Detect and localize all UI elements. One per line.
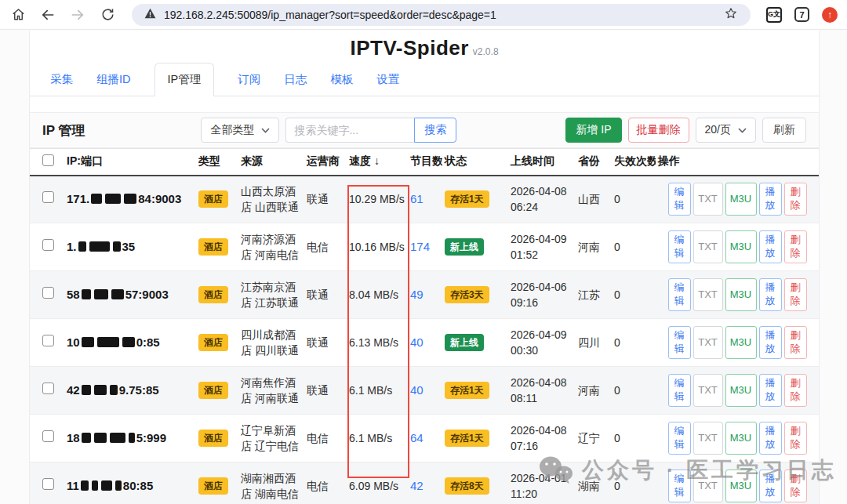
edit-button[interactable]: 编 辑 — [668, 183, 691, 216]
play-button[interactable]: 播 放 — [759, 230, 782, 263]
delete-button[interactable]: 删 除 — [784, 326, 807, 359]
tab-ip-manager[interactable]: IP管理 — [154, 63, 215, 96]
txt-button[interactable]: TXT — [693, 278, 723, 311]
play-button[interactable]: 播 放 — [759, 278, 782, 311]
delete-button[interactable]: 删 除 — [784, 230, 807, 263]
m3u-button[interactable]: M3U — [725, 183, 757, 216]
ip-redaction-block — [129, 433, 135, 443]
column-header[interactable]: 上线时间 — [508, 149, 576, 176]
column-header[interactable]: 省份 — [576, 149, 612, 176]
select-all-checkbox[interactable] — [42, 154, 54, 166]
sort-desc-icon[interactable]: ↓ — [371, 154, 380, 167]
search-button[interactable]: 搜索 — [414, 118, 456, 143]
address-bar[interactable]: 192.168.2.245:50089/ip_manager?sort=spee… — [132, 4, 751, 26]
m3u-button[interactable]: M3U — [725, 278, 757, 311]
play-button[interactable]: 播 放 — [759, 326, 782, 359]
m3u-button[interactable]: M3U — [725, 470, 757, 502]
edit-button[interactable]: 编 辑 — [668, 278, 691, 311]
column-header[interactable]: 操作 — [656, 149, 819, 176]
column-header[interactable]: 状态 — [442, 149, 508, 176]
delete-button[interactable]: 删 除 — [784, 470, 807, 502]
row-checkbox[interactable] — [42, 191, 54, 203]
type-filter-select[interactable]: 全部类型 — [201, 118, 279, 143]
search-input[interactable] — [285, 118, 414, 143]
tab-zubo-id[interactable]: 组播ID — [96, 63, 131, 96]
bulk-delete-button[interactable]: 批量删除 — [628, 118, 689, 143]
failure-count: 0 — [614, 336, 620, 349]
m3u-button[interactable]: M3U — [725, 422, 757, 455]
isp-text: 联通 — [307, 384, 329, 397]
tab-shezhi[interactable]: 设置 — [376, 63, 399, 96]
row-checkbox[interactable] — [42, 335, 54, 346]
txt-button[interactable]: TXT — [693, 183, 723, 216]
play-button[interactable]: 播 放 — [759, 374, 782, 407]
edit-button[interactable]: 编 辑 — [668, 422, 691, 455]
extensions-badge[interactable]: 7 — [794, 7, 809, 22]
program-count[interactable]: 42 — [410, 479, 424, 492]
failure-count: 0 — [614, 384, 620, 397]
ip-port: 1.35 — [67, 240, 135, 253]
ip-redaction-block — [94, 289, 108, 299]
page-size-select[interactable]: 20/页 — [696, 118, 756, 143]
refresh-button[interactable]: 刷新 — [762, 118, 806, 143]
add-ip-button[interactable]: 新增 IP — [565, 118, 621, 143]
m3u-button[interactable]: M3U — [725, 230, 757, 263]
row-checkbox[interactable] — [42, 383, 54, 394]
program-count[interactable]: 40 — [410, 383, 424, 397]
edit-button[interactable]: 编 辑 — [668, 326, 691, 359]
back-icon[interactable] — [39, 6, 56, 24]
play-button[interactable]: 播 放 — [759, 470, 782, 502]
ip-redaction-block — [89, 241, 110, 252]
delete-button[interactable]: 删 除 — [784, 422, 807, 455]
translate-extension-icon[interactable]: G文 — [766, 7, 782, 23]
column-header[interactable]: 来源 — [238, 149, 304, 176]
program-count[interactable]: 40 — [410, 335, 424, 349]
tab-rizhi[interactable]: 日志 — [284, 63, 307, 96]
orange-extension-icon[interactable]: ↑ — [822, 7, 838, 23]
ip-redaction-block — [91, 194, 102, 204]
panel-toolbar: IP 管理 全部类型 搜索 新增 IP 批量删除 20/页 刷新 — [30, 112, 819, 148]
txt-button[interactable]: TXT — [693, 230, 723, 263]
row-checkbox[interactable] — [42, 430, 54, 442]
failure-count: 0 — [614, 480, 620, 492]
column-header[interactable]: 节目数 — [408, 149, 442, 176]
row-actions: 编 辑TXTM3U播 放删 除 — [658, 422, 816, 455]
txt-button[interactable]: TXT — [693, 470, 723, 502]
program-count[interactable]: 174 — [410, 240, 430, 253]
tab-dingyue[interactable]: 订阅 — [238, 63, 260, 96]
edit-button[interactable]: 编 辑 — [668, 230, 691, 263]
row-checkbox[interactable] — [42, 478, 54, 490]
delete-button[interactable]: 删 除 — [784, 183, 807, 216]
table-row: 1180:85酒店湖南湘西酒店 湖南电信电信6.09 MB/s42存活8天202… — [30, 462, 819, 504]
delete-button[interactable]: 删 除 — [784, 374, 807, 407]
tab-caiji[interactable]: 采集 — [50, 63, 73, 96]
site-warning-icon[interactable] — [144, 8, 156, 22]
column-header[interactable]: 类型 — [196, 149, 238, 176]
column-header[interactable]: IP:端口 — [64, 149, 196, 176]
column-header[interactable]: 失效次数 — [612, 149, 656, 176]
play-button[interactable]: 播 放 — [759, 422, 782, 455]
column-header[interactable]: 运营商 — [304, 149, 347, 176]
delete-button[interactable]: 删 除 — [784, 278, 807, 311]
edit-button[interactable]: 编 辑 — [668, 374, 691, 407]
table-row: 5857:9003酒店江苏南京酒店 江苏联通联通8.04 MB/s49存活3天2… — [30, 271, 819, 319]
reload-icon[interactable] — [99, 6, 116, 24]
tab-moban[interactable]: 模板 — [330, 63, 353, 96]
txt-button[interactable]: TXT — [693, 374, 723, 407]
column-header[interactable]: 速度 ↓ — [347, 149, 408, 176]
row-checkbox[interactable] — [42, 287, 54, 299]
txt-button[interactable]: TXT — [693, 422, 723, 455]
program-count[interactable]: 64 — [410, 431, 424, 444]
m3u-button[interactable]: M3U — [725, 374, 757, 407]
m3u-button[interactable]: M3U — [725, 326, 757, 359]
program-count[interactable]: 49 — [410, 288, 424, 301]
play-button[interactable]: 播 放 — [759, 183, 782, 216]
bookmark-star-icon[interactable] — [724, 6, 738, 24]
program-count[interactable]: 61 — [410, 192, 424, 205]
edit-button[interactable]: 编 辑 — [668, 470, 691, 502]
home-icon[interactable] — [9, 6, 27, 24]
row-checkbox[interactable] — [42, 239, 54, 251]
url-text[interactable]: 192.168.2.245:50089/ip_manager?sort=spee… — [164, 9, 716, 21]
failure-count: 0 — [614, 241, 620, 253]
txt-button[interactable]: TXT — [693, 326, 723, 359]
